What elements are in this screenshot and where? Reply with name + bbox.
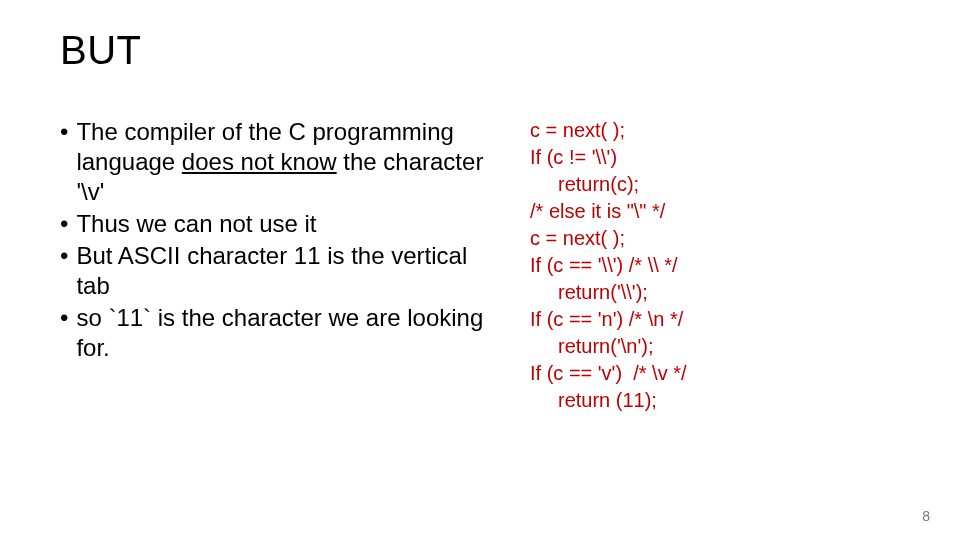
code-line: If (c == 'v') /* \v */ — [530, 360, 900, 387]
bullet-text: so `11` is the character we are looking … — [76, 303, 490, 363]
code-line: /* else it is "\" */ — [530, 198, 900, 225]
bullet-dot-icon: • — [60, 303, 76, 333]
bullet-text: But ASCII character 11 is the vertical t… — [76, 241, 490, 301]
code-line: If (c != '\\') — [530, 144, 900, 171]
page-number: 8 — [922, 508, 930, 524]
code-line: c = next( ); — [530, 225, 900, 252]
code-line: return('\n'); — [530, 333, 900, 360]
bullet-text-underlined: does not know — [182, 148, 337, 175]
bullet-text: Thus we can not use it — [76, 209, 490, 239]
content-columns: • The compiler of the C programming lang… — [60, 117, 900, 414]
list-item: • The compiler of the C programming lang… — [60, 117, 490, 207]
code-line: return(c); — [530, 171, 900, 198]
bullet-dot-icon: • — [60, 117, 76, 147]
bullet-dot-icon: • — [60, 241, 76, 271]
bullet-text-pre: so `11` is the character we are looking … — [76, 304, 483, 361]
bullet-text-pre: Thus we can not use it — [76, 210, 316, 237]
list-item: • But ASCII character 11 is the vertical… — [60, 241, 490, 301]
code-line: return('\\'); — [530, 279, 900, 306]
bullet-text: The compiler of the C programming langua… — [76, 117, 490, 207]
bullet-text-pre: But ASCII character 11 is the vertical t… — [76, 242, 467, 299]
bullet-list: • The compiler of the C programming lang… — [60, 117, 490, 365]
code-block: c = next( ); If (c != '\\') return(c); /… — [530, 117, 900, 414]
code-line: If (c == '\\') /* \\ */ — [530, 252, 900, 279]
list-item: • Thus we can not use it — [60, 209, 490, 239]
slide-title: BUT — [60, 28, 900, 73]
code-line: return (11); — [530, 387, 900, 414]
code-line: If (c == 'n') /* \n */ — [530, 306, 900, 333]
slide: BUT • The compiler of the C programming … — [0, 0, 960, 540]
list-item: • so `11` is the character we are lookin… — [60, 303, 490, 363]
bullet-dot-icon: • — [60, 209, 76, 239]
code-line: c = next( ); — [530, 117, 900, 144]
